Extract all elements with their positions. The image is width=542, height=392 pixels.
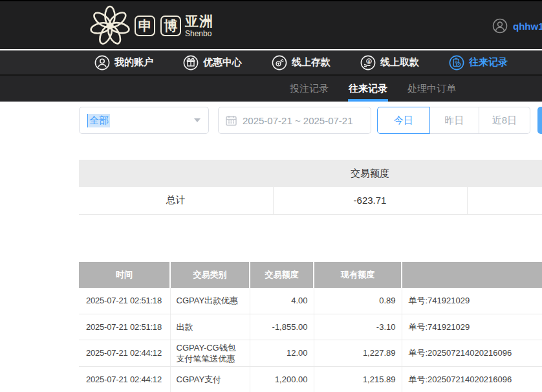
- date-range-picker[interactable]: 2025-07-21 ~ 2025-07-21: [218, 107, 371, 134]
- summary-table: 交易额度 总计 -623.71: [79, 160, 542, 215]
- nav-item-label: 线上取款: [380, 56, 419, 69]
- user-avatar-icon: [492, 18, 508, 34]
- cell-memo: 单号:202507214020216096: [402, 366, 542, 392]
- cell-amount: 4.00: [250, 288, 314, 314]
- withdraw-icon: $: [360, 55, 376, 71]
- col-header-amount: 交易额度: [250, 262, 314, 288]
- top-header-bar: 申 博 亚洲 Shenbo qhhw1: [0, 0, 542, 49]
- table-row: 2025-07-21 02:44:12 CGPAY-CG钱包支付笔笔送优惠 12…: [79, 340, 542, 366]
- cell-balance: -3.10: [314, 314, 402, 340]
- nav-item-transaction-records[interactable]: 往来记录: [449, 55, 508, 71]
- cell-type: CGPAY支付: [170, 366, 250, 392]
- records-icon: [449, 55, 464, 71]
- records-header-row: 时间 交易类别 交易额度 现有额度 摘要: [79, 262, 542, 288]
- col-header-balance: 现有额度: [314, 262, 402, 288]
- tab-pending-orders[interactable]: 处理中订单: [407, 76, 456, 102]
- cell-balance: 0.89: [314, 288, 402, 314]
- cell-memo: 单号:202507214020216096: [402, 340, 542, 366]
- nav-item-promotions[interactable]: 优惠中心: [183, 55, 242, 71]
- page: 申 博 亚洲 Shenbo qhhw1: [0, 0, 542, 392]
- table-row: 2025-07-21 02:51:18 出款 -1,855.00 -3.10 单…: [79, 314, 542, 340]
- select-selected-value: 全部: [87, 114, 110, 127]
- brand-logo[interactable]: 申 博 亚洲 Shenbo: [89, 5, 213, 47]
- calendar-icon: [226, 115, 237, 126]
- date-range-value: 2025-07-21 ~ 2025-07-21: [243, 115, 353, 126]
- quick-date-button-group: 今日 昨日 近8日: [377, 107, 530, 134]
- cell-type: CGPAY出款优惠: [170, 288, 250, 314]
- cell-memo: 单号:741921029: [402, 288, 542, 314]
- records-table: 时间 交易类别 交易额度 现有额度 摘要 2025-07-21 02:51:18…: [79, 262, 542, 392]
- cell-time: 2025-07-21 02:51:18: [79, 288, 170, 314]
- summary-total-label: 总计: [79, 187, 273, 214]
- summary-header-spacer: [79, 160, 273, 187]
- tab-betting-records[interactable]: 投注记录: [290, 76, 329, 102]
- brand-subtitle: Shenbo: [185, 30, 213, 38]
- summary-header-row: 交易额度: [79, 160, 542, 187]
- brand-char-shen: 申: [135, 16, 155, 36]
- brand-region-block: 亚洲 Shenbo: [185, 14, 213, 38]
- brand-region-label: 亚洲: [185, 14, 213, 28]
- brand-char-bo: 博: [160, 16, 181, 36]
- cell-memo: 单号:741921029: [402, 314, 542, 340]
- col-header-time: 时间: [79, 262, 170, 288]
- cell-type: CGPAY-CG钱包支付笔笔送优惠: [170, 340, 250, 366]
- nav-item-withdraw[interactable]: $ 线上取款: [360, 55, 419, 71]
- nav-item-deposit[interactable]: 线上存款: [272, 55, 331, 71]
- summary-empty-cell: [467, 187, 542, 214]
- username-text: qhhw1: [513, 21, 542, 32]
- nav-item-label: 线上存款: [292, 56, 331, 69]
- col-header-type: 交易类别: [170, 262, 250, 288]
- yesterday-button[interactable]: 昨日: [430, 107, 479, 134]
- nav-item-my-account[interactable]: 我的账户: [94, 55, 153, 71]
- cell-time: 2025-07-21 02:51:18: [79, 314, 170, 340]
- col-header-memo: 摘要: [402, 262, 542, 288]
- user-account[interactable]: qhhw1: [492, 18, 542, 34]
- nav-item-label: 往来记录: [469, 56, 508, 69]
- flower-logo-icon: [89, 5, 131, 47]
- filter-toolbar: 全部 2025-07-21 ~ 2025-07-21 今日 昨日 近8日: [79, 107, 542, 134]
- search-button[interactable]: [537, 107, 542, 134]
- cell-time: 2025-07-21 02:44:12: [79, 340, 170, 366]
- today-button[interactable]: 今日: [377, 107, 430, 134]
- chevron-down-icon: [194, 118, 201, 122]
- sub-tab-bar: 投注记录 往来记录 处理中订单: [0, 74, 542, 102]
- svg-text:$: $: [368, 59, 371, 63]
- nav-item-label: 优惠中心: [203, 56, 242, 69]
- promo-gift-icon: [183, 55, 199, 71]
- summary-header-amount: 交易额度: [273, 160, 467, 187]
- cell-balance: 1,227.89: [314, 340, 402, 366]
- cell-amount: 1,200.00: [250, 366, 314, 392]
- main-nav-bar: 我的账户 优惠中心 线上存款: [0, 50, 542, 74]
- nav-item-label: 我的账户: [114, 56, 153, 69]
- cell-type: 出款: [170, 314, 250, 340]
- table-row: 2025-07-21 02:51:18 CGPAY出款优惠 4.00 0.89 …: [79, 288, 542, 314]
- summary-header-spacer: [467, 160, 542, 187]
- summary-total-value: -623.71: [273, 187, 467, 214]
- brand-characters: 申 博: [135, 16, 181, 36]
- cell-amount: -1,855.00: [250, 314, 314, 340]
- deposit-icon: [272, 55, 287, 71]
- last-8-days-button[interactable]: 近8日: [479, 107, 530, 134]
- cell-balance: 1,215.89: [314, 366, 402, 392]
- table-row: 2025-07-21 02:44:12 CGPAY支付 1,200.00 1,2…: [79, 366, 542, 392]
- cell-time: 2025-07-21 02:44:12: [79, 366, 170, 392]
- summary-total-row: 总计 -623.71: [79, 187, 542, 214]
- cell-amount: 12.00: [250, 340, 314, 366]
- account-icon: [94, 55, 110, 71]
- transaction-type-select[interactable]: 全部: [79, 107, 209, 134]
- tab-transaction-records[interactable]: 往来记录: [349, 76, 387, 102]
